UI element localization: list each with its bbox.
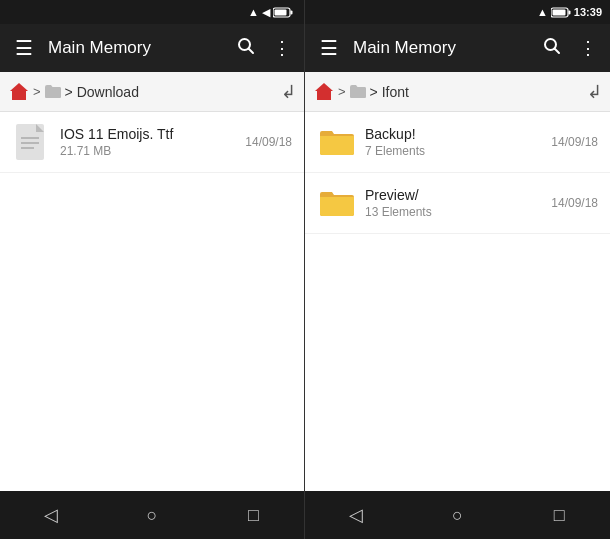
file-date-ios: 14/09/18: [245, 135, 292, 149]
svg-line-15: [555, 48, 560, 53]
left-toolbar: ☰ Main Memory ⋮: [0, 24, 304, 72]
left-sep1: >: [33, 84, 41, 99]
right-toolbar-title: Main Memory: [353, 38, 538, 58]
left-status-icons: ▲ ◀ ​: [248, 6, 296, 19]
right-more-button[interactable]: ⋮: [574, 37, 602, 59]
left-nav-bar: ◁ ○ □: [0, 491, 304, 539]
svg-rect-6: [17, 94, 21, 100]
right-up-button[interactable]: ↲: [587, 81, 602, 103]
folder-name-backup: Backup!: [365, 126, 551, 142]
left-path-label: > Download: [65, 84, 139, 100]
folder-date-backup: 14/09/18: [551, 135, 598, 149]
right-toolbar-icons: ⋮: [538, 37, 602, 60]
right-path-label: > Ifont: [370, 84, 409, 100]
left-up-button[interactable]: ↲: [281, 81, 296, 103]
left-more-button[interactable]: ⋮: [268, 37, 296, 59]
left-home-icon[interactable]: [8, 81, 30, 103]
right-toolbar: ☰ Main Memory ⋮: [305, 24, 610, 72]
right-battery-icon: [551, 7, 571, 18]
file-meta-ios: 21.71 MB: [60, 144, 245, 158]
left-menu-button[interactable]: ☰: [8, 36, 40, 60]
left-toolbar-icons: ⋮: [232, 37, 296, 60]
folder-item-backup[interactable]: Backup! 7 Elements 14/09/18: [305, 112, 610, 173]
wifi-icon: ▲: [248, 6, 259, 18]
left-toolbar-title: Main Memory: [48, 38, 232, 58]
left-file-list: IOS 11 Emoijs. Ttf 21.71 MB 14/09/18: [0, 112, 304, 491]
right-folder-list: Backup! 7 Elements 14/09/18 Preview/ 13 …: [305, 112, 610, 491]
folder-icon-preview: [317, 183, 357, 223]
right-nav-bar: ◁ ○ □: [305, 491, 610, 539]
right-panel: ▲ 13:39 ☰ Main Memory ⋮: [305, 0, 610, 539]
left-breadcrumb: > > Download ↲: [0, 72, 304, 112]
right-back-button[interactable]: ◁: [326, 504, 386, 526]
left-folder-icon: [44, 83, 62, 101]
left-panel: ▲ ◀ ​ ☰ Main Memory ⋮: [0, 0, 305, 539]
right-time: 13:39: [574, 6, 602, 18]
right-menu-button[interactable]: ☰: [313, 36, 345, 60]
file-info-ios: IOS 11 Emoijs. Ttf 21.71 MB: [60, 126, 245, 158]
folder-meta-preview: 13 Elements: [365, 205, 551, 219]
right-sep1: >: [338, 84, 346, 99]
folder-icon-backup: [317, 122, 357, 162]
left-search-button[interactable]: [232, 37, 260, 60]
svg-rect-1: [291, 10, 293, 14]
folder-name-preview: Preview/: [365, 187, 551, 203]
folder-info-backup: Backup! 7 Elements: [365, 126, 551, 158]
file-item-ios[interactable]: IOS 11 Emoijs. Ttf 21.71 MB 14/09/18: [0, 112, 304, 173]
signal-icon: ◀: [262, 6, 270, 19]
svg-rect-12: [568, 10, 570, 14]
right-recent-button[interactable]: □: [529, 505, 589, 526]
right-folder-icon: [349, 83, 367, 101]
svg-rect-17: [322, 94, 326, 100]
right-status-icons: ▲ 13:39: [537, 6, 602, 18]
right-wifi-icon: ▲: [537, 6, 548, 18]
left-back-button[interactable]: ◁: [21, 504, 81, 526]
svg-rect-2: [275, 9, 287, 15]
left-status-bar: ▲ ◀ ​: [0, 0, 304, 24]
svg-rect-13: [552, 9, 565, 15]
file-icon-ios: [12, 122, 52, 162]
folder-info-preview: Preview/ 13 Elements: [365, 187, 551, 219]
left-recent-button[interactable]: □: [223, 505, 283, 526]
battery-icon: [273, 7, 293, 18]
right-search-button[interactable]: [538, 37, 566, 60]
folder-date-preview: 14/09/18: [551, 196, 598, 210]
right-home-button[interactable]: ○: [427, 505, 487, 526]
folder-item-preview[interactable]: Preview/ 13 Elements 14/09/18: [305, 173, 610, 234]
right-status-bar: ▲ 13:39: [305, 0, 610, 24]
right-breadcrumb: > > Ifont ↲: [305, 72, 610, 112]
left-home-button[interactable]: ○: [122, 505, 182, 526]
svg-line-4: [249, 48, 254, 53]
folder-meta-backup: 7 Elements: [365, 144, 551, 158]
file-name-ios: IOS 11 Emoijs. Ttf: [60, 126, 245, 142]
right-home-icon[interactable]: [313, 81, 335, 103]
